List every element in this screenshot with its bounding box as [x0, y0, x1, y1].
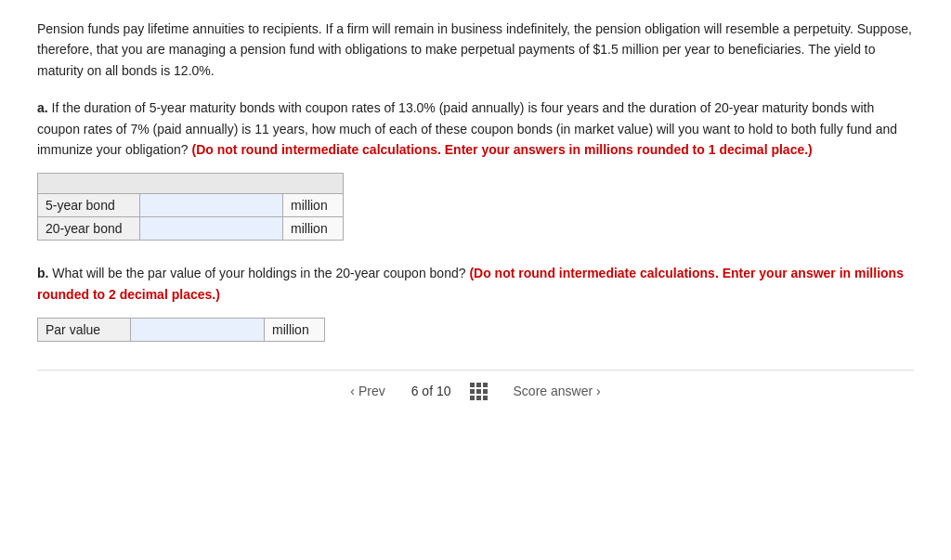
question-a-table: 5-year bond million 20-year bond million [37, 173, 344, 241]
page-current: 6 [411, 384, 419, 398]
intro-paragraph: Pension funds pay lifetime annuities to … [37, 19, 914, 81]
prev-arrow-icon: ‹ [350, 384, 355, 398]
table-row: 20-year bond million [38, 217, 344, 241]
main-content: Pension funds pay lifetime annuities to … [37, 19, 914, 402]
bond-5year-input[interactable] [140, 194, 282, 216]
table-row: 5-year bond million [38, 194, 344, 217]
score-label: Score answer [514, 384, 593, 398]
question-b-label: b. [37, 266, 48, 280]
table-header-cell [38, 174, 344, 194]
page-total: 10 [436, 384, 451, 398]
bond-5year-input-cell [140, 194, 283, 217]
prev-label: Prev [358, 384, 385, 398]
bond-20year-unit: million [283, 217, 344, 241]
score-answer-button[interactable]: Score answer › [506, 380, 608, 402]
page-indicator: 6 of 10 [411, 384, 451, 398]
question-b-block: b. What will be the par value of your ho… [37, 263, 914, 342]
bond-20year-input-cell [140, 217, 283, 241]
bond-20year-label: 20-year bond [38, 217, 140, 241]
question-a-text: a. If the duration of 5-year maturity bo… [37, 98, 914, 160]
question-a-label: a. [37, 100, 48, 115]
page-separator: of [422, 384, 436, 398]
question-b-text: b. What will be the par value of your ho… [37, 263, 914, 305]
par-value-label: Par value [38, 319, 131, 342]
bond-5year-label: 5-year bond [38, 194, 140, 217]
next-arrow-icon: › [596, 384, 601, 398]
prev-button[interactable]: ‹ Prev [343, 380, 392, 402]
question-b-table: Par value million [37, 318, 325, 342]
question-b-body: What will be the par value of your holdi… [52, 266, 469, 280]
par-value-input-cell [131, 319, 265, 342]
par-value-input[interactable] [131, 319, 264, 341]
par-value-unit: million [265, 319, 325, 342]
grid-icon[interactable] [470, 383, 488, 400]
bottom-navigation: ‹ Prev 6 of 10 Score answer › [37, 370, 914, 402]
question-a-instruction: (Do not round intermediate calculations.… [192, 142, 813, 157]
question-a-block: a. If the duration of 5-year maturity bo… [37, 98, 914, 241]
table-row: Par value million [38, 319, 325, 342]
bond-20year-input[interactable] [140, 217, 282, 240]
bond-5year-unit: million [283, 194, 344, 217]
